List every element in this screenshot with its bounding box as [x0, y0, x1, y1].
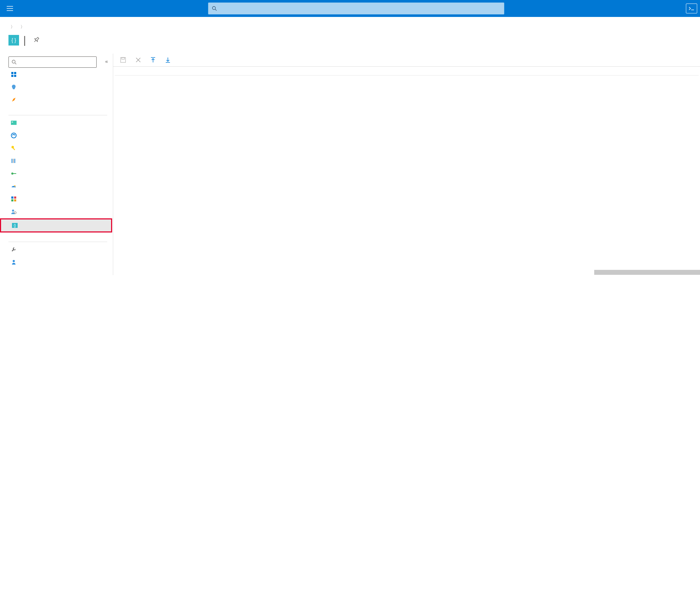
svg-point-24 — [12, 210, 14, 212]
topbar — [0, 0, 700, 17]
download-button[interactable] — [165, 57, 172, 63]
key-icon — [11, 145, 17, 151]
svg-rect-5 — [11, 72, 13, 74]
collapse-sidebar-icon[interactable]: « — [105, 59, 108, 64]
svg-rect-16 — [14, 159, 15, 163]
breadcrumb: 〉 〉 — [0, 17, 700, 33]
content-pane — [113, 54, 700, 275]
svg-rect-6 — [14, 72, 16, 74]
svg-point-25 — [14, 212, 16, 214]
svg-point-3 — [12, 60, 15, 63]
branding-icon — [11, 120, 17, 126]
svg-rect-22 — [11, 199, 13, 201]
pin-icon[interactable] — [33, 37, 39, 44]
owners-icon — [11, 196, 17, 202]
svg-rect-21 — [14, 196, 16, 199]
svg-text:{}: {} — [14, 224, 16, 228]
sidebar-item-troubleshooting[interactable] — [8, 243, 107, 255]
svg-point-28 — [13, 260, 15, 262]
svg-rect-29 — [121, 58, 126, 62]
horizontal-scrollbar[interactable] — [113, 269, 700, 275]
svg-line-1 — [215, 9, 217, 11]
editor-description — [113, 67, 700, 75]
support-icon — [11, 259, 17, 265]
sidebar-search-input[interactable] — [19, 59, 93, 65]
global-search[interactable] — [208, 2, 504, 14]
svg-rect-20 — [11, 196, 13, 199]
search-icon — [12, 60, 17, 65]
sidebar-item-quickstart[interactable] — [8, 81, 107, 93]
upload-button[interactable] — [151, 57, 158, 63]
toolbar — [113, 54, 700, 67]
svg-rect-18 — [13, 173, 16, 174]
sidebar-item-api-permissions[interactable] — [8, 168, 107, 180]
cloud-shell-icon[interactable] — [686, 4, 697, 13]
sidebar-heading-manage — [8, 113, 107, 115]
svg-point-17 — [11, 173, 13, 175]
sidebar-item-expose-api[interactable] — [8, 180, 107, 192]
save-icon — [120, 57, 126, 63]
svg-rect-14 — [12, 159, 12, 163]
overview-icon — [11, 71, 17, 78]
search-icon — [212, 6, 217, 11]
svg-rect-23 — [14, 199, 16, 201]
close-icon — [136, 58, 141, 62]
sidebar-item-certificates[interactable] — [8, 142, 107, 154]
download-icon — [165, 57, 170, 63]
sidebar-search[interactable] — [8, 56, 97, 68]
sidebar-item-manifest[interactable]: {} — [0, 218, 112, 232]
chevron-right-icon: 〉 — [11, 24, 15, 29]
sidebar-item-token-config[interactable] — [8, 155, 107, 167]
svg-rect-15 — [13, 159, 14, 163]
sidebar-item-integration[interactable] — [8, 94, 107, 106]
discard-button[interactable] — [136, 58, 143, 62]
sidebar-item-overview[interactable] — [8, 68, 107, 80]
sidebar: « — [0, 54, 113, 275]
sidebar-item-roles[interactable] — [8, 206, 107, 218]
quickstart-icon — [11, 84, 17, 90]
svg-point-19 — [14, 185, 16, 187]
svg-rect-10 — [12, 122, 13, 122]
save-button[interactable] — [120, 57, 128, 63]
svg-rect-8 — [14, 75, 16, 77]
token-icon — [11, 158, 17, 164]
scroll-thumb[interactable] — [594, 270, 700, 275]
svg-rect-7 — [11, 75, 13, 77]
sidebar-item-owners[interactable] — [8, 193, 107, 205]
sidebar-item-branding[interactable] — [8, 117, 107, 129]
wrench-icon — [11, 246, 17, 253]
hamburger-menu-icon[interactable] — [3, 1, 17, 16]
authentication-icon — [11, 132, 17, 139]
svg-rect-13 — [13, 148, 15, 150]
sidebar-item-new-request[interactable] — [8, 256, 107, 268]
chevron-right-icon: 〉 — [20, 24, 25, 29]
expose-api-icon — [11, 183, 17, 189]
api-permissions-icon — [11, 170, 17, 177]
json-editor[interactable] — [115, 75, 699, 269]
app-icon: { } — [8, 35, 19, 46]
upload-icon — [151, 57, 156, 63]
roles-icon — [11, 208, 17, 215]
sidebar-item-authentication[interactable] — [8, 129, 107, 141]
rocket-icon — [11, 97, 17, 103]
page-header: { } | — [0, 33, 700, 53]
svg-rect-30 — [122, 58, 124, 59]
svg-line-4 — [15, 63, 16, 64]
page-title-section: | — [23, 34, 26, 46]
svg-rect-9 — [11, 121, 17, 125]
manifest-icon: {} — [12, 222, 18, 229]
svg-point-11 — [11, 133, 16, 138]
sidebar-heading-support — [8, 240, 107, 242]
global-search-input[interactable] — [220, 6, 500, 11]
svg-point-0 — [212, 6, 215, 10]
